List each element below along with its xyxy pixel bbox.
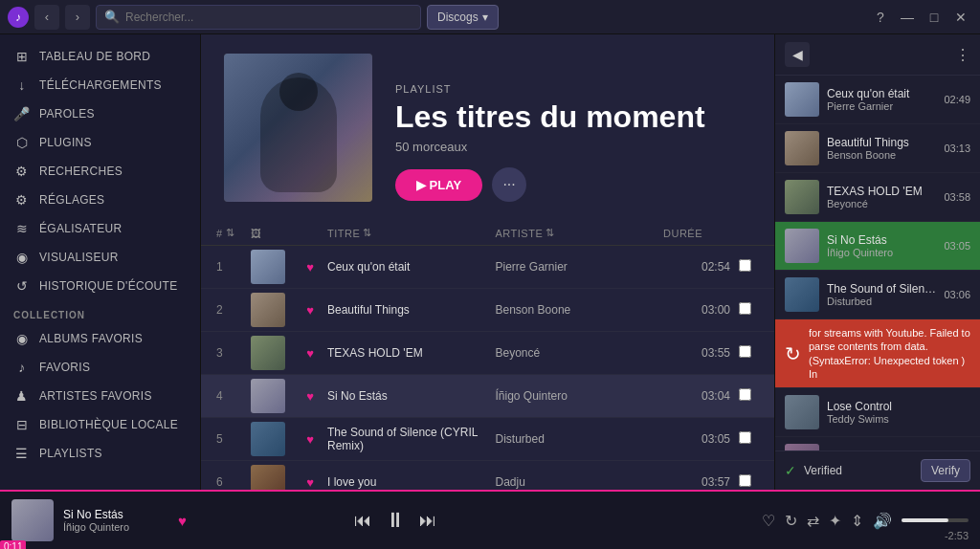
sidebar-item-albums[interactable]: ◉ Albums favoris xyxy=(0,324,200,353)
sidebar-item-telechargements[interactable]: ↓ Téléchargements xyxy=(0,71,200,99)
track-checkbox[interactable] xyxy=(730,345,759,361)
download-icon: ↓ xyxy=(13,77,31,93)
maximize-button[interactable]: □ xyxy=(923,6,946,29)
sidebar-item-tableau[interactable]: ⊞ Tableau de bord xyxy=(0,42,200,71)
sidebar-item-label: Réglages xyxy=(39,193,104,207)
volume-icon[interactable]: 🔊 xyxy=(873,512,892,530)
visualizer-icon: ◉ xyxy=(13,250,31,265)
track-heart-icon[interactable]: ♥ xyxy=(293,260,327,274)
table-row[interactable]: 1 ♥ Ceux qu'on était Pierre Garnier 02:5… xyxy=(201,246,774,289)
queue-item[interactable]: Lose Control Teddy Swims xyxy=(775,388,980,437)
more-button[interactable]: ··· xyxy=(492,167,526,202)
sidebar-item-label: Playlists xyxy=(39,447,102,460)
wand-button[interactable]: ✦ xyxy=(829,512,841,530)
queue-track-duration: 03:58 xyxy=(944,191,970,203)
queue-info: The Sound of Silence (CY... Disturbed xyxy=(827,282,936,307)
minimize-button[interactable]: — xyxy=(896,6,919,29)
time-remaining: -2:53 xyxy=(945,530,969,541)
previous-button[interactable]: ⏮ xyxy=(354,511,371,531)
track-num: 3 xyxy=(216,346,251,360)
help-button[interactable]: ? xyxy=(869,6,892,29)
back-button[interactable]: ‹ xyxy=(34,5,59,30)
track-heart-icon[interactable]: ♥ xyxy=(293,389,327,404)
verify-button[interactable]: Verify xyxy=(921,459,970,482)
table-row[interactable]: 2 ♥ Beautiful Things Benson Boone 03:00 xyxy=(201,289,774,332)
track-checkbox[interactable] xyxy=(730,474,759,490)
adjust-button[interactable]: ⇕ xyxy=(851,512,863,530)
sidebar-item-favoris[interactable]: ♪ Favoris xyxy=(0,353,200,382)
track-artist: Benson Boone xyxy=(496,303,664,317)
col-artist[interactable]: Artiste ⇅ xyxy=(496,227,664,239)
queue-track-artist: Disturbed xyxy=(827,296,936,307)
col-duration: Durée xyxy=(663,228,730,239)
love-icon[interactable]: ♡ xyxy=(762,512,775,530)
queue-item[interactable]: ↻ for streams with Youtube. Failed to pa… xyxy=(775,319,980,388)
sidebar-item-visualiseur[interactable]: ◉ Visualiseur xyxy=(0,243,200,272)
queue-item[interactable]: Si No Estás Íñigo Quintero 03:05 xyxy=(775,222,980,271)
panel-menu-button[interactable]: ⋮ xyxy=(955,46,970,64)
sidebar-item-plugins[interactable]: ⬡ Plugins xyxy=(0,128,200,157)
time-elapsed: 0:11 xyxy=(0,540,26,549)
track-duration: 03:00 xyxy=(663,303,730,317)
repeat-button[interactable]: ↻ xyxy=(785,512,797,530)
artist-sort-icon: ⇅ xyxy=(546,227,555,239)
playlists-icon: ☰ xyxy=(13,446,31,461)
track-title: Beautiful Things xyxy=(327,303,496,317)
title-sort-icon: ⇅ xyxy=(363,227,372,239)
pause-button[interactable]: ⏸ xyxy=(385,508,406,533)
right-panel: ◀ ⋮ Ceux qu'on était Pierre Garnier 02:4… xyxy=(774,34,980,490)
main-content: ⊞ Tableau de bord ↓ Téléchargements 🎤 Pa… xyxy=(0,34,980,490)
queue-thumbnail xyxy=(785,229,819,263)
close-button[interactable]: ✕ xyxy=(949,6,972,29)
col-title[interactable]: Titre ⇅ xyxy=(327,227,496,239)
queue-track-duration: 02:49 xyxy=(944,94,970,105)
track-checkbox[interactable] xyxy=(730,431,759,447)
sidebar-item-playlists[interactable]: ☰ Playlists xyxy=(0,439,200,468)
table-row[interactable]: 3 ♥ TEXAS HOLD 'EM Beyoncé 03:55 xyxy=(201,332,774,375)
col-num[interactable]: # ⇅ xyxy=(216,227,251,239)
player-track-title: Si No Estás xyxy=(63,508,168,521)
sidebar-item-historique[interactable]: ↺ Historique d'écoute xyxy=(0,272,200,300)
track-duration: 03:57 xyxy=(663,475,730,489)
sidebar-item-egalisateur[interactable]: ≋ Égalisateur xyxy=(0,214,200,243)
shuffle-button[interactable]: ⇄ xyxy=(807,512,819,530)
panel-expand-button[interactable]: ◀ xyxy=(785,42,810,67)
track-checkbox[interactable] xyxy=(730,259,759,274)
sidebar-item-bibliotheque[interactable]: ⊟ Bibliothèque locale xyxy=(0,410,200,439)
sidebar-item-paroles[interactable]: 🎤 Paroles xyxy=(0,99,200,128)
discogs-chevron-icon: ▾ xyxy=(482,11,488,24)
sidebar: ⊞ Tableau de bord ↓ Téléchargements 🎤 Pa… xyxy=(0,34,201,490)
track-thumbnail xyxy=(251,422,285,456)
queue-item[interactable]: TEXAS HOLD 'EM Beyoncé 03:58 xyxy=(775,173,980,222)
track-heart-icon[interactable]: ♥ xyxy=(293,432,327,447)
search-input[interactable] xyxy=(125,11,412,24)
track-heart-icon[interactable]: ♥ xyxy=(293,475,327,490)
queue-error-message: for streams with Youtube. Failed to pars… xyxy=(809,326,970,381)
table-row[interactable]: 4 ♥ Si No Estás Íñigo Quintero 03:04 xyxy=(201,375,774,418)
queue-info: Beautiful Things Benson Boone xyxy=(827,136,936,161)
table-row[interactable]: 5 ♥ The Sound of Silence (CYRIL Remix) D… xyxy=(201,418,774,461)
queue-item[interactable]: Training Season Dua Lipa xyxy=(775,437,980,450)
sidebar-item-artistes[interactable]: ♟ Artistes favoris xyxy=(0,382,200,410)
volume-bar[interactable] xyxy=(902,518,969,522)
dashboard-icon: ⊞ xyxy=(13,49,31,64)
sidebar-item-recherches[interactable]: ⚙ Recherches xyxy=(0,157,200,186)
track-heart-icon[interactable]: ♥ xyxy=(293,303,327,318)
queue-item[interactable]: The Sound of Silence (CY... Disturbed 03… xyxy=(775,271,980,319)
queue-item[interactable]: Beautiful Things Benson Boone 03:13 xyxy=(775,124,980,173)
track-checkbox[interactable] xyxy=(730,302,759,318)
sidebar-item-reglages[interactable]: ⚙ Réglages xyxy=(0,186,200,214)
sidebar-item-label: Tableau de bord xyxy=(39,50,150,63)
player-heart-icon[interactable]: ♥ xyxy=(178,513,187,529)
track-checkbox[interactable] xyxy=(730,388,759,404)
table-row[interactable]: 6 ♥ I love you Dadju 03:57 xyxy=(201,461,774,490)
next-button[interactable]: ⏭ xyxy=(419,511,436,531)
forward-button[interactable]: › xyxy=(65,5,90,30)
track-duration: 03:55 xyxy=(663,346,730,360)
track-heart-icon[interactable]: ♥ xyxy=(293,346,327,361)
discogs-button[interactable]: Discogs ▾ xyxy=(427,5,499,30)
playlist-count: 50 morceaux xyxy=(395,140,705,154)
discogs-label: Discogs xyxy=(437,11,479,24)
queue-item[interactable]: Ceux qu'on était Pierre Garnier 02:49 xyxy=(775,76,980,124)
play-button[interactable]: ▶ PLAY xyxy=(395,169,482,201)
